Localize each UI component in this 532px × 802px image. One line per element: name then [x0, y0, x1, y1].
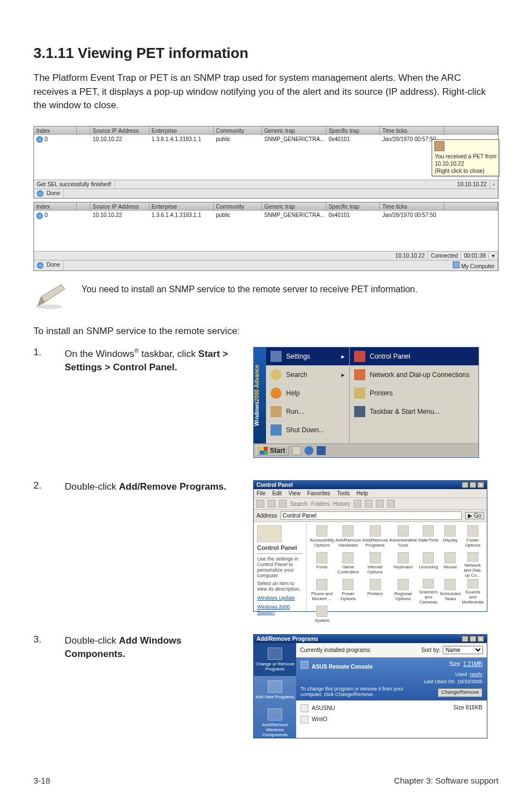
- tray-oe-icon[interactable]: [317, 446, 326, 455]
- close-button[interactable]: ×: [477, 482, 484, 488]
- control-panel-item[interactable]: Folder Options: [462, 525, 483, 551]
- col-index[interactable]: Index: [34, 202, 77, 211]
- menu-help[interactable]: Help: [356, 490, 368, 496]
- control-panel-item[interactable]: Internet Options: [362, 552, 388, 578]
- control-panel-item[interactable]: Accessibility Options: [310, 525, 335, 551]
- menu-view[interactable]: View: [288, 490, 301, 496]
- arp-sidebar: Change or Remove Programs Add New Progra…: [254, 643, 296, 738]
- col-community[interactable]: Community: [214, 202, 262, 211]
- toolbar-folders[interactable]: Folders: [311, 501, 330, 507]
- toolbar-icon[interactable]: [365, 500, 373, 508]
- control-panel-item[interactable]: Regional Options: [389, 579, 417, 605]
- toolbar-search[interactable]: Search: [290, 501, 308, 507]
- windows-update-link[interactable]: Windows Update: [257, 595, 303, 601]
- toolbar-icon[interactable]: [376, 500, 384, 508]
- control-panel-item[interactable]: Printers: [362, 579, 388, 605]
- forward-button[interactable]: [268, 500, 275, 508]
- menu-edit[interactable]: Edit: [272, 490, 282, 496]
- control-panel-item[interactable]: Add/Remove Programs: [362, 525, 388, 551]
- up-button[interactable]: [279, 500, 287, 508]
- col-source-ip[interactable]: Source IP Address: [90, 202, 149, 211]
- applet-icon: [370, 525, 381, 537]
- tray-doc-icon[interactable]: [292, 446, 301, 455]
- start-menu-item-shutdown[interactable]: Shut Down...: [266, 421, 349, 439]
- applet-label: Fonts: [316, 564, 327, 569]
- col-enterprise[interactable]: Enterprise: [149, 127, 214, 135]
- col-generic-trap[interactable]: Generic trap: [262, 202, 326, 211]
- col-specific-trap[interactable]: Specific trap: [326, 202, 380, 211]
- pet-row[interactable]: 0 10.10.10.22 1.3.6.1.4.1.3183.1.1 publi…: [34, 211, 498, 251]
- pet-table-header: Index Source IP Address Enterprise Commu…: [34, 202, 498, 211]
- menu-favorites[interactable]: Favorites: [307, 490, 330, 496]
- col-community[interactable]: Community: [214, 127, 262, 135]
- submenu-item-network[interactable]: Network and Dial-up Connections: [350, 366, 478, 384]
- col-time-ticks[interactable]: Time ticks: [380, 127, 444, 135]
- pet-notify-tooltip[interactable]: You received a PET from 10.10.10.22 (Rig…: [432, 139, 499, 176]
- maximize-button[interactable]: □: [470, 636, 476, 642]
- window-titlebar[interactable]: Control Panel _ □ ×: [254, 481, 487, 489]
- change-remove-button[interactable]: Change/Remove: [438, 688, 482, 697]
- control-panel-item[interactable]: Fonts: [310, 552, 335, 578]
- col-time-ticks[interactable]: Time ticks: [380, 202, 444, 211]
- close-button[interactable]: ×: [477, 636, 484, 642]
- toolbar-history[interactable]: History: [333, 501, 350, 507]
- control-panel-item[interactable]: Phone and Modem ...: [310, 579, 335, 605]
- start-menu-item-settings[interactable]: Settings ▸: [266, 347, 349, 366]
- submenu-item-control-panel[interactable]: Control Panel: [350, 347, 478, 366]
- go-button[interactable]: ▶ Go: [465, 512, 484, 519]
- arp-tab-windows-components[interactable]: Add/Remove Windows Components: [254, 704, 296, 742]
- control-panel-item[interactable]: Add/Remove Hardware: [335, 525, 361, 551]
- control-panel-item[interactable]: Power Options: [335, 579, 361, 605]
- control-panel-item[interactable]: Administrative Tools: [389, 525, 417, 551]
- start-button[interactable]: Start: [256, 446, 289, 456]
- toolbar-icon[interactable]: [354, 500, 361, 508]
- control-panel-item[interactable]: Network and Dial-up Co...: [462, 552, 483, 578]
- address-input[interactable]: [280, 511, 462, 520]
- start-menu-item-run[interactable]: Run...: [266, 403, 349, 421]
- cell-generic-trap: SNMP_GENERICTRA...: [262, 135, 326, 180]
- arp-tab-add-new[interactable]: Add New Programs: [254, 676, 296, 704]
- tray-ie-icon[interactable]: [304, 446, 313, 455]
- control-panel-item[interactable]: Date/Time: [418, 525, 439, 551]
- control-panel-item[interactable]: Keyboard: [389, 552, 417, 578]
- col-enterprise[interactable]: Enterprise: [149, 202, 214, 211]
- control-panel-item[interactable]: Scanners and Cameras: [418, 579, 439, 605]
- maximize-button[interactable]: □: [470, 482, 476, 488]
- arp-selected-program[interactable]: ASUS Remote Console Size 1.21MB Used rar…: [296, 658, 487, 700]
- control-panel-item[interactable]: Mouse: [440, 552, 461, 578]
- minimize-button[interactable]: _: [462, 636, 468, 642]
- applet-icon: [398, 525, 409, 537]
- col-index[interactable]: Index: [34, 127, 77, 135]
- sort-by-select[interactable]: Name: [443, 646, 483, 654]
- tooltip-line1: You received a PET from: [434, 153, 496, 160]
- control-panel-item[interactable]: Scheduled Tasks: [440, 579, 461, 605]
- control-panel-item[interactable]: Licensing: [418, 552, 439, 578]
- minimize-button[interactable]: _: [462, 482, 468, 488]
- arp-list-item[interactable]: WinIO: [301, 714, 482, 725]
- submenu-item-printers[interactable]: Printers: [350, 384, 478, 403]
- col-generic-trap[interactable]: Generic trap: [262, 127, 326, 135]
- menu-file[interactable]: File: [257, 490, 265, 496]
- submenu-item-taskbar[interactable]: Taskbar & Start Menu...: [350, 403, 478, 421]
- window-titlebar[interactable]: Add/Remove Programs _ □ ×: [254, 635, 487, 643]
- arp-list-item[interactable]: ASUSNUSize 816KB: [301, 703, 482, 714]
- control-panel-item[interactable]: System: [310, 606, 335, 631]
- col-specific-trap[interactable]: Specific trap: [326, 127, 380, 135]
- windows-support-link[interactable]: Windows 2000 Support: [257, 604, 303, 615]
- applet-icon: [444, 579, 456, 590]
- start-menu-item-help[interactable]: Help: [266, 384, 349, 403]
- pet-row[interactable]: 0 10.10.10.22 1.3.6.1.4.1.3183.1.1 publi…: [34, 135, 498, 180]
- col-sort[interactable]: [77, 127, 90, 135]
- control-panel-item[interactable]: Sounds and Multimedia: [462, 579, 483, 605]
- arp-tab-change-remove[interactable]: Change or Remove Programs: [254, 643, 296, 676]
- start-menu-item-search[interactable]: Search ▸: [266, 366, 349, 384]
- control-panel-item[interactable]: Display: [440, 525, 461, 551]
- control-panel-window: Control Panel _ □ × File Edit View Favor…: [253, 480, 487, 612]
- menu-tools[interactable]: Tools: [337, 490, 350, 496]
- control-panel-item[interactable]: Game Controllers: [335, 552, 361, 578]
- toolbar-icon[interactable]: [387, 500, 395, 508]
- col-source-ip[interactable]: Source IP Address: [90, 127, 149, 135]
- chapter-label: Chapter 3: Software support: [394, 776, 499, 785]
- back-button[interactable]: [257, 500, 264, 508]
- col-sort[interactable]: [77, 202, 90, 211]
